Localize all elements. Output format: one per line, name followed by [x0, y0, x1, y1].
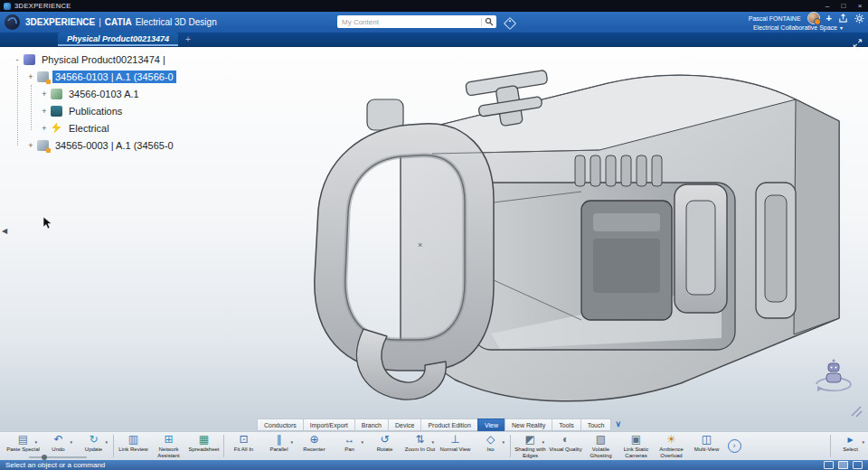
shading-with-edges-icon: ◩	[525, 434, 535, 446]
tree-expander[interactable]: +	[26, 72, 35, 81]
statusbar-screen-icon[interactable]	[838, 461, 848, 469]
tree-guide	[31, 85, 32, 130]
minimize-button[interactable]: –	[819, 0, 835, 12]
recenter-button[interactable]: ⊕Recenter	[297, 432, 332, 460]
update-button[interactable]: ↻▾Update	[76, 432, 111, 460]
network-assistant-icon: ⊞	[164, 434, 173, 446]
tree-item-label[interactable]: Publications	[66, 105, 125, 118]
3dexperience-compass-icon[interactable]	[5, 14, 20, 30]
fit-all-in-button[interactable]: ⊡Fit All In	[226, 432, 261, 460]
workspace-label: Electrical Collaborative Space	[753, 24, 837, 31]
iso-view-label: Iso	[474, 446, 508, 453]
tree-item-label[interactable]: 34566-0103 A.1	[66, 88, 142, 100]
ribbon-tab-touch[interactable]: Touch	[580, 418, 612, 431]
select-label: Select	[834, 446, 868, 453]
close-button[interactable]: ×	[852, 0, 868, 12]
3dexperience-window: 3DEXPERIENCE – □ × 3DEXPERIENCE | CATIA …	[0, 0, 868, 470]
publications-icon	[51, 106, 62, 117]
collapse-panel-icon[interactable]: ◀	[0, 222, 9, 239]
tree-item-label[interactable]: 34566-0103 | A.1 (34566-0	[52, 70, 176, 83]
dropdown-caret-icon[interactable]: ▾	[70, 439, 72, 445]
search-input[interactable]	[340, 17, 478, 27]
3d-viewport[interactable]: × ◀ -Physical Product00213474 |+34566-01…	[0, 47, 868, 431]
iso-view-button[interactable]: ◇▾Iso	[473, 432, 508, 460]
link-static-cameras-icon: ▣	[631, 434, 641, 446]
shading-with-edges-label: Shading with Edges	[514, 446, 548, 458]
product-label: CATIA	[105, 17, 132, 27]
tag-icon[interactable]	[504, 17, 516, 30]
avatar[interactable]	[807, 12, 820, 24]
more-tools-button[interactable]: ›	[724, 432, 744, 460]
ribbon-collapse-icon[interactable]: ∨	[611, 418, 625, 431]
tree-row: +34566-0103 A.1	[11, 85, 264, 102]
user-name[interactable]: Pascal FONTAINE	[749, 15, 801, 22]
pan-button[interactable]: ↔▾Pan	[332, 432, 367, 460]
add-content-button[interactable]: +	[826, 14, 832, 23]
rotate-button[interactable]: ↺Rotate	[367, 432, 402, 460]
spreadsheet-button[interactable]: ▦Spreadsheet	[186, 432, 222, 460]
ribbon-tab-view[interactable]: View	[477, 418, 505, 431]
ambience-overload-label: Ambience Overload	[655, 446, 689, 458]
tree-expander[interactable]: +	[26, 141, 35, 150]
tree-item-label[interactable]: Electrical	[66, 122, 112, 135]
maximize-button[interactable]: □	[835, 0, 852, 12]
tree-row: +Electrical	[11, 119, 264, 136]
dropdown-caret-icon[interactable]: ▾	[431, 439, 434, 445]
tree-expander[interactable]: -	[13, 55, 22, 64]
settings-gear-icon[interactable]	[854, 14, 864, 24]
statusbar-layout-icon[interactable]	[853, 461, 863, 469]
undo-button[interactable]: ↶▾Undo	[41, 432, 76, 460]
dropdown-caret-icon[interactable]: ▾	[361, 439, 363, 445]
ambience-overload-button[interactable]: ☀Ambience Overload	[654, 432, 689, 460]
shading-with-edges-button[interactable]: ◩▾Shading with Edges	[513, 432, 548, 460]
volatile-ghosting-button[interactable]: ▧Volatile Ghosting	[583, 432, 618, 460]
share-icon[interactable]	[838, 14, 848, 24]
dropdown-caret-icon[interactable]: ▾	[105, 439, 108, 445]
workspace-selector[interactable]: Electrical Collaborative Space ▾	[753, 24, 843, 31]
network-assistant-button[interactable]: ⊞Network Assistant	[151, 432, 186, 460]
volatile-ghosting-icon: ▧	[596, 434, 606, 446]
brand-label: 3DEXPERIENCE	[25, 17, 95, 27]
document-tabbar: Physical Product00213474 +	[0, 33, 868, 47]
dropdown-caret-icon[interactable]: ▾	[290, 439, 293, 445]
ribbon-tab-import-export[interactable]: Import/Export	[303, 418, 354, 431]
tab-physical-product[interactable]: Physical Product00213474	[58, 33, 178, 46]
robot-icon[interactable]	[810, 354, 857, 396]
recenter-label: Recenter	[297, 446, 332, 453]
tree-item-label[interactable]: Physical Product00213474 |	[39, 53, 168, 66]
link-static-cameras-button[interactable]: ▣Link Static Cameras	[618, 432, 654, 460]
ribbon-tab-product-edition[interactable]: Product Edition	[420, 418, 476, 431]
new-tab-button[interactable]: +	[185, 34, 191, 44]
ribbon-tab-tools[interactable]: Tools	[552, 418, 580, 431]
resize-handle[interactable]	[850, 405, 863, 418]
3d-model-connector-housing[interactable]	[288, 49, 841, 421]
tree-expander[interactable]: +	[40, 107, 49, 116]
link-review-label: Link Review	[117, 446, 151, 453]
status-message: Select an object or a command	[5, 461, 105, 469]
dropdown-caret-icon[interactable]: ▾	[862, 439, 864, 445]
statusbar-display-icon[interactable]	[824, 461, 834, 469]
ribbon-tab-device[interactable]: Device	[388, 418, 420, 431]
ribbon-tab-conductors[interactable]: Conductors	[257, 418, 303, 431]
tree-item-label[interactable]: 34565-0003 | A.1 (34565-0	[52, 139, 176, 152]
visual-quality-button[interactable]: ◐Visual Quality	[548, 432, 583, 460]
product-icon	[24, 54, 35, 65]
select-button[interactable]: ▸▾Select	[833, 432, 868, 460]
normal-view-button[interactable]: ⊥Normal View	[438, 432, 473, 460]
link-review-button[interactable]: ▥Link Review	[116, 432, 151, 460]
zoom-in-out-button[interactable]: ⇅▾Zoom In Out	[402, 432, 438, 460]
multi-view-icon: ◫	[702, 434, 712, 446]
ribbon-tab-branch[interactable]: Branch	[354, 418, 388, 431]
ribbon-tab-new-reality[interactable]: New Reality	[505, 418, 552, 431]
tree-expander[interactable]: +	[40, 124, 49, 133]
parallel-button[interactable]: ∥▾Parallel	[261, 432, 297, 460]
dropdown-caret-icon[interactable]: ▾	[34, 439, 37, 445]
search-icon[interactable]	[485, 17, 494, 26]
pan-icon: ↔	[344, 434, 355, 446]
dropdown-caret-icon[interactable]: ▾	[502, 439, 505, 445]
tree-expander[interactable]: +	[40, 89, 49, 99]
multi-view-button[interactable]: ◫Multi-View	[689, 432, 724, 460]
dropdown-caret-icon[interactable]: ▾	[542, 439, 544, 445]
paste-special-button[interactable]: ▤▾Paste Special	[5, 432, 41, 460]
link-static-cameras-label: Link Static Cameras	[619, 446, 654, 458]
